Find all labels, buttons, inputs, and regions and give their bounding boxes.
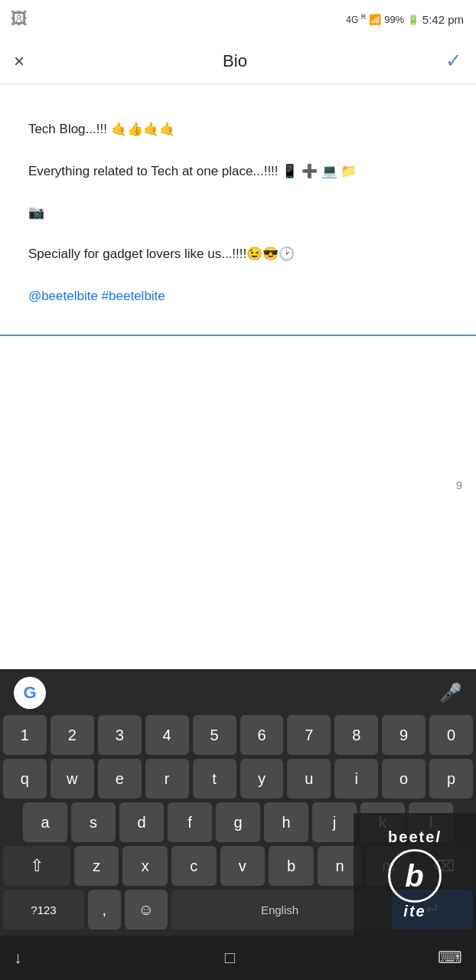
nav-home-icon[interactable]: □	[225, 948, 235, 968]
key-j[interactable]: j	[312, 802, 357, 842]
google-logo: G	[14, 677, 46, 709]
shift-key[interactable]: ⇧	[3, 846, 70, 886]
bio-content: Tech Blog...!!! 🤙👍🤙🤙 Everything related …	[14, 98, 462, 327]
key-z[interactable]: z	[74, 846, 119, 886]
bio-line1: Tech Blog...!!! 🤙👍🤙🤙	[28, 122, 175, 136]
bio-line2: Everything related to Tech at one place.…	[28, 164, 357, 178]
bio-line5-mention-hashtag: @beetelbite #beetelbite	[28, 289, 165, 303]
key-d[interactable]: d	[119, 802, 164, 842]
watermark-overlay: beetel b ite	[354, 813, 476, 936]
key-1[interactable]: 1	[3, 715, 47, 755]
watermark-bottom-text: ite	[403, 903, 425, 920]
key-y[interactable]: y	[240, 759, 284, 799]
toolbar: × Bio ✓	[0, 38, 476, 84]
key-2[interactable]: 2	[51, 715, 94, 755]
key-a[interactable]: a	[23, 802, 67, 842]
nav-down-icon[interactable]: ↓	[14, 948, 22, 968]
qwerty-row: q w e r t y u i o p	[0, 759, 476, 799]
close-button[interactable]: ×	[14, 51, 24, 72]
key-4[interactable]: 4	[145, 715, 189, 755]
image-placeholder-icon: 🖼	[11, 9, 28, 29]
key-s[interactable]: s	[71, 802, 116, 842]
key-0[interactable]: 0	[429, 715, 473, 755]
key-6[interactable]: 6	[240, 715, 284, 755]
save-check-button[interactable]: ✓	[445, 49, 462, 73]
key-e[interactable]: e	[98, 759, 142, 799]
comma-key[interactable]: ,	[88, 890, 120, 929]
key-b[interactable]: b	[269, 846, 314, 886]
keyboard-nav-bar: ↓ □ ⌨	[0, 936, 476, 980]
bio-line4: Specially for gadget lovers like us...!!…	[28, 247, 295, 261]
key-c[interactable]: c	[171, 846, 217, 886]
key-i[interactable]: i	[334, 759, 378, 799]
key-r[interactable]: r	[145, 759, 189, 799]
char-count: 9	[456, 479, 462, 492]
watermark-top-text: beetel	[388, 828, 442, 846]
time-display: 5:42 pm	[422, 13, 464, 26]
mic-icon[interactable]: 🎤	[439, 682, 462, 704]
key-q[interactable]: q	[3, 759, 47, 799]
key-o[interactable]: o	[382, 759, 425, 799]
key-5[interactable]: 5	[193, 715, 236, 755]
number-row: 1 2 3 4 5 6 7 8 9 0	[0, 715, 476, 755]
emoji-key[interactable]: ☺	[125, 890, 168, 929]
key-h[interactable]: h	[264, 802, 308, 842]
bio-line3: 📷	[28, 205, 44, 220]
key-p[interactable]: p	[429, 759, 473, 799]
keyboard-top-bar: G 🎤	[0, 669, 476, 715]
num-symbol-key[interactable]: ?123	[3, 890, 84, 929]
key-g[interactable]: g	[216, 802, 260, 842]
key-t[interactable]: t	[193, 759, 236, 799]
watermark-circle: b	[388, 849, 442, 903]
key-u[interactable]: u	[287, 759, 331, 799]
key-w[interactable]: w	[51, 759, 94, 799]
status-bar: 🖼 4G R 📶 99% 🔋 5:42 pm	[0, 0, 476, 38]
battery-icon: 99% 🔋	[384, 14, 419, 25]
signal-icon: 4G R	[346, 13, 366, 25]
key-3[interactable]: 3	[98, 715, 142, 755]
key-x[interactable]: x	[122, 846, 168, 886]
key-8[interactable]: 8	[334, 715, 378, 755]
page-title: Bio	[223, 51, 247, 71]
key-7[interactable]: 7	[287, 715, 331, 755]
key-v[interactable]: v	[220, 846, 266, 886]
nav-keyboard-icon[interactable]: ⌨	[438, 948, 462, 968]
key-9[interactable]: 9	[382, 715, 425, 755]
network-bars-icon: 📶	[369, 14, 381, 25]
key-f[interactable]: f	[168, 802, 212, 842]
bio-text-area[interactable]: Tech Blog...!!! 🤙👍🤙🤙 Everything related …	[0, 84, 476, 336]
